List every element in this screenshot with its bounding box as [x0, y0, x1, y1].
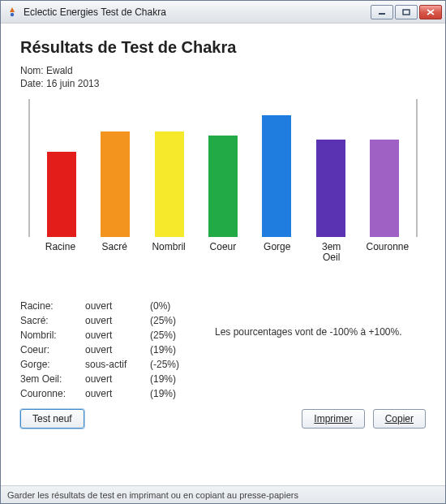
new-test-button[interactable]: Test neuf [20, 409, 84, 429]
result-pct: (19%) [150, 344, 199, 355]
meta-name-label: Nom: [20, 65, 44, 76]
button-row: Test neuf Imprimer Copier [20, 409, 426, 435]
copy-button[interactable]: Copier [373, 409, 426, 429]
app-window: Eclectic Energies Test de Chakra Résulta… [0, 0, 446, 504]
chart-bar [316, 140, 345, 237]
result-pct: (19%) [150, 388, 199, 399]
page-title: Résultats de Test de Chakra [20, 38, 426, 57]
status-text: Garder les résultats de test en impriman… [7, 490, 298, 500]
chart-bar [101, 131, 130, 237]
chart-bar-label: Sacré [95, 242, 134, 263]
percent-note: Les pourcentages vont de -100% à +100%. [199, 300, 426, 338]
result-name: Gorge: [20, 359, 85, 370]
svg-rect-1 [379, 13, 385, 15]
chart-bar [47, 152, 76, 237]
meta-block: Nom: Ewald Date: 16 juin 2013 [20, 65, 426, 91]
new-test-label: Test neuf [32, 413, 72, 424]
meta-date-value: 16 juin 2013 [46, 78, 99, 89]
print-label: Imprimer [314, 413, 352, 424]
meta-date-row: Date: 16 juin 2013 [20, 78, 426, 89]
chart-bar [208, 136, 238, 237]
results-row: Racine:ouvert(0%)Sacré:ouvert(25%)Nombri… [20, 300, 426, 399]
result-status: ouvert [85, 373, 150, 385]
result-status: ouvert [85, 315, 150, 326]
chart-bar-label: Gorge [258, 242, 297, 263]
chart-area: RacineSacréNombrilCoeurGorge3em OeilCour… [20, 99, 426, 278]
svg-point-0 [11, 12, 14, 15]
chart-frame [28, 99, 418, 237]
statusbar: Garder les résultats de test en impriman… [1, 485, 445, 503]
result-status: ouvert [85, 388, 150, 399]
result-status: ouvert [85, 300, 150, 312]
svg-rect-2 [403, 10, 410, 15]
result-name: Racine: [20, 300, 85, 312]
window-title: Eclectic Energies Test de Chakra [24, 6, 371, 18]
result-status: ouvert [85, 344, 150, 355]
result-name: Nombril: [20, 330, 85, 341]
meta-name-row: Nom: Ewald [20, 65, 426, 76]
close-button[interactable] [419, 5, 442, 19]
result-pct: (0%) [150, 300, 199, 312]
chart-bar-label: Couronne [366, 242, 405, 263]
result-pct: (25%) [150, 330, 199, 341]
window-controls [371, 5, 442, 19]
result-name: 3em Oeil: [20, 373, 85, 385]
print-button[interactable]: Imprimer [302, 409, 364, 429]
result-pct: (25%) [150, 315, 199, 326]
result-name: Coeur: [20, 344, 85, 355]
copy-label: Copier [385, 413, 414, 424]
result-name: Couronne: [20, 388, 85, 399]
result-pct: (19%) [150, 373, 199, 385]
chart-bar [370, 140, 399, 237]
chart-bar-label: Racine [41, 242, 79, 263]
chart-bar [262, 115, 291, 237]
titlebar: Eclectic Energies Test de Chakra [1, 1, 445, 24]
app-icon [6, 6, 19, 19]
content-area: Résultats de Test de Chakra Nom: Ewald D… [1, 24, 445, 485]
chart-bar [155, 131, 184, 237]
result-pct: (-25%) [150, 359, 199, 370]
chart-bar-label: Nombril [149, 242, 188, 263]
result-status: ouvert [85, 330, 150, 341]
meta-date-label: Date: [20, 78, 44, 89]
chart-bar-label: Coeur [204, 242, 242, 263]
result-name: Sacré: [20, 315, 85, 326]
minimize-button[interactable] [371, 5, 393, 19]
chart-bar-label: 3em Oeil [312, 242, 351, 263]
meta-name-value: Ewald [46, 65, 73, 76]
chart-x-labels: RacineSacréNombrilCoeurGorge3em OeilCour… [28, 237, 418, 263]
maximize-button[interactable] [395, 5, 418, 19]
results-table: Racine:ouvert(0%)Sacré:ouvert(25%)Nombri… [20, 300, 199, 399]
result-status: sous-actif [85, 359, 150, 370]
